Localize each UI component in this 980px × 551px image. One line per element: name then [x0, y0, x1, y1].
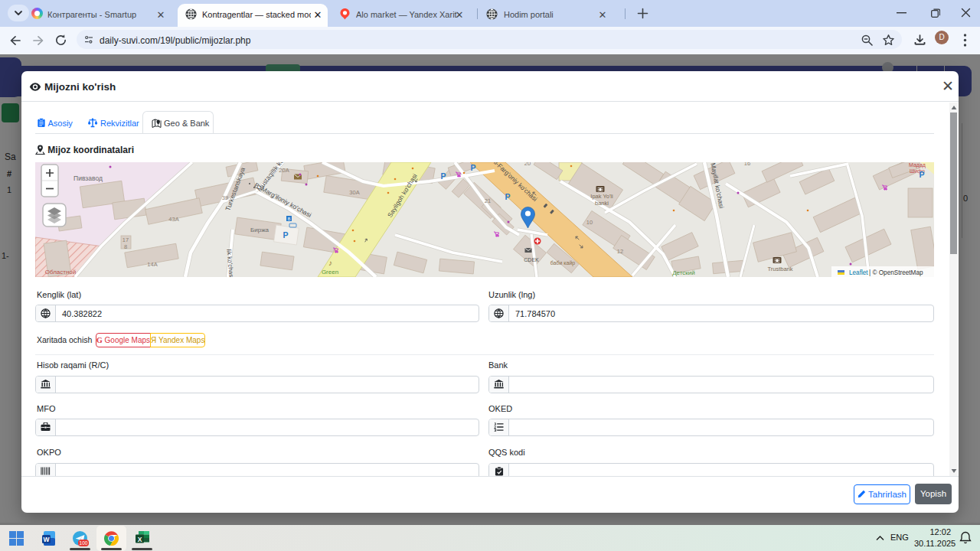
svg-text:16: 16 [744, 162, 750, 167]
svg-text:20A: 20A [279, 167, 289, 174]
svg-text:X: X [138, 536, 142, 543]
svg-text:Биржа: Биржа [250, 227, 270, 233]
svg-text:20: 20 [524, 162, 531, 167]
svg-text:B: B [288, 217, 291, 221]
svg-text:W: W [43, 536, 50, 543]
svg-text:P: P [440, 171, 446, 181]
svg-text:14A: 14A [147, 261, 157, 268]
svg-text:Leaflet: Leaflet [849, 269, 868, 276]
svg-text:8: 8 [124, 243, 127, 250]
svg-text:♪: ♪ [328, 259, 332, 267]
svg-text:P: P [919, 170, 924, 179]
svg-text:43A: 43A [168, 216, 178, 223]
svg-text:| © OpenStreetMap: | © OpenStreetMap [869, 269, 923, 276]
svg-text:39: 39 [222, 194, 228, 201]
svg-text:баби кайр: баби кайр [550, 260, 576, 266]
svg-text:banki: banki [595, 200, 609, 207]
svg-text:P: P [505, 192, 510, 201]
svg-text:17: 17 [122, 236, 129, 243]
svg-text:CDEK: CDEK [524, 257, 539, 262]
svg-text:Ipak Yo'li: Ipak Yo'li [590, 193, 613, 200]
svg-text:Пивзавод: Пивзавод [74, 174, 103, 182]
svg-text:P: P [283, 230, 288, 240]
svg-text:10: 10 [586, 219, 593, 226]
svg-text:P: P [470, 163, 475, 172]
svg-text:30A: 30A [349, 189, 359, 196]
svg-text:Green: Green [322, 269, 338, 276]
svg-text:Детский: Детский [672, 269, 695, 276]
svg-text:Мадад: Мадад [909, 162, 926, 168]
svg-text:21: 21 [485, 197, 491, 204]
svg-text:12: 12 [617, 248, 623, 255]
svg-text:Областной: Областной [45, 269, 77, 276]
svg-text:Trustbank: Trustbank [767, 266, 792, 272]
